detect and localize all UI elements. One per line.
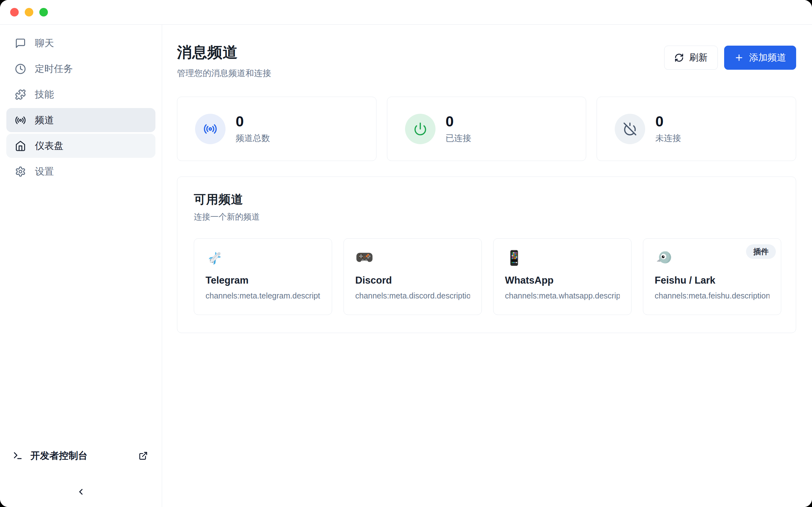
channel-name: Telegram: [206, 275, 320, 286]
sidebar-item-label: 仪表盘: [35, 139, 63, 153]
sidebar-item-label: 聊天: [35, 37, 54, 50]
sidebar-nav: 聊天 定时任务 技能 频道 仪表盘: [0, 25, 162, 446]
channel-description: channels:meta.whatsapp.description: [505, 291, 620, 300]
refresh-button-label: 刷新: [689, 51, 708, 64]
channel-description: channels:meta.discord.description: [355, 291, 470, 300]
channel-description: channels:meta.telegram.description: [206, 291, 320, 300]
clock-icon: [15, 63, 26, 74]
titlebar: [0, 0, 812, 25]
stat-value: 0: [236, 114, 270, 129]
sidebar-item-label: 技能: [35, 88, 54, 101]
sidebar-item-label: 设置: [35, 165, 54, 178]
section-subtitle: 连接一个新的频道: [194, 211, 779, 222]
power-icon: [405, 114, 436, 144]
airplane-emoji: [206, 249, 224, 267]
stat-card-total-channels: 0 频道总数: [177, 97, 376, 161]
sidebar-item-settings[interactable]: 设置: [6, 159, 155, 183]
sidebar-item-dashboard[interactable]: 仪表盘: [6, 134, 155, 158]
channel-name: Discord: [355, 275, 470, 286]
collapse-sidebar-button[interactable]: [71, 482, 90, 501]
plugin-badge: 插件: [746, 244, 776, 259]
zoom-window-button[interactable]: [39, 8, 48, 16]
gamepad-emoji: [355, 249, 374, 267]
channel-card-whatsapp[interactable]: WhatsApp channels:meta.whatsapp.descript…: [493, 238, 631, 315]
stat-card-disconnected: 0 未连接: [597, 97, 796, 161]
stat-label: 未连接: [655, 132, 681, 144]
add-channel-button-label: 添加频道: [749, 51, 786, 64]
stat-value: 0: [446, 114, 471, 129]
stats-row: 0 频道总数 0 已连接: [177, 97, 796, 161]
home-icon: [15, 140, 26, 152]
gear-icon: [15, 166, 26, 177]
stat-label: 已连接: [446, 132, 471, 144]
chevron-left-icon: [76, 487, 86, 497]
sidebar-item-scheduled-tasks[interactable]: 定时任务: [6, 57, 155, 81]
stat-card-connected: 0 已连接: [387, 97, 587, 161]
refresh-button[interactable]: 刷新: [664, 46, 718, 70]
external-link-icon[interactable]: [139, 451, 148, 460]
bird-emoji: [655, 249, 673, 267]
main-content: 消息频道 管理您的消息频道和连接 刷新 添加频道: [162, 25, 812, 507]
sidebar-item-label: 频道: [35, 114, 54, 127]
channel-card-discord[interactable]: Discord channels:meta.discord.descriptio…: [344, 238, 482, 315]
channel-description: channels:meta.feishu.description: [655, 291, 769, 300]
sidebar-item-channels[interactable]: 频道: [6, 108, 155, 132]
stat-value: 0: [655, 114, 681, 129]
sidebar-item-chat[interactable]: 聊天: [6, 31, 155, 55]
add-channel-button[interactable]: 添加频道: [724, 46, 796, 70]
traffic-lights: [10, 8, 48, 16]
close-window-button[interactable]: [10, 8, 19, 16]
developer-console-label: 开发者控制台: [31, 449, 88, 462]
page-title: 消息频道: [177, 43, 271, 62]
sidebar: 聊天 定时任务 技能 频道 仪表盘: [0, 25, 162, 507]
puzzle-icon: [15, 89, 26, 100]
section-title: 可用频道: [194, 191, 779, 208]
radio-icon: [15, 115, 26, 126]
developer-console-link[interactable]: 开发者控制台: [0, 446, 162, 466]
refresh-icon: [674, 53, 684, 62]
channel-card-feishu[interactable]: 插件 Feishu / Lark channels:meta.feishu.de…: [643, 238, 781, 315]
sidebar-item-label: 定时任务: [35, 62, 73, 75]
radio-icon: [195, 114, 225, 144]
terminal-icon: [13, 451, 23, 461]
chat-bubble-icon: [15, 38, 26, 49]
available-channels-section: 可用频道 连接一个新的频道: [177, 176, 796, 333]
stat-label: 频道总数: [236, 132, 270, 144]
sidebar-item-skills[interactable]: 技能: [6, 82, 155, 107]
channel-name: Feishu / Lark: [655, 275, 769, 286]
power-off-icon: [615, 114, 645, 144]
minimize-window-button[interactable]: [25, 8, 33, 16]
channel-card-telegram[interactable]: Telegram channels:meta.telegram.descript…: [194, 238, 332, 315]
mobile-phone-emoji: [505, 249, 523, 267]
app-window: 聊天 定时任务 技能 频道 仪表盘: [0, 0, 812, 507]
channel-name: WhatsApp: [505, 275, 620, 286]
page-subtitle: 管理您的消息频道和连接: [177, 67, 271, 79]
channels-row: Telegram channels:meta.telegram.descript…: [194, 238, 779, 315]
plus-icon: [734, 53, 744, 62]
